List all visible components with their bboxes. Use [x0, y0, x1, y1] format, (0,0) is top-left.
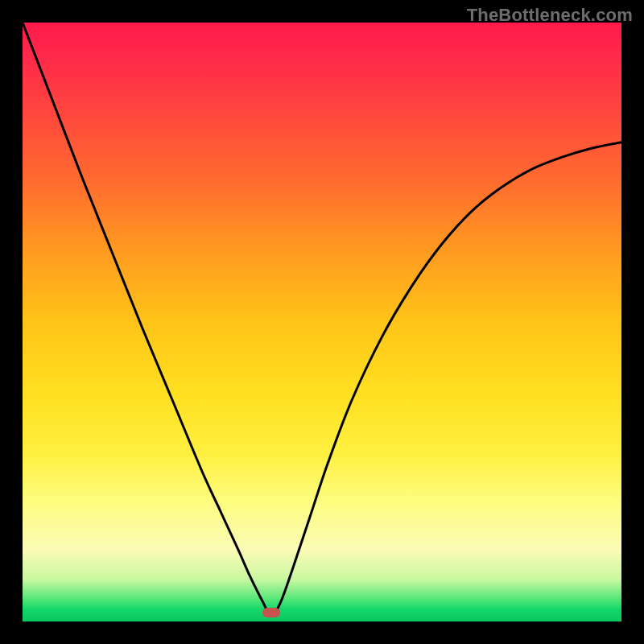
- bottleneck-curve-path: [23, 23, 621, 616]
- optimum-marker: [262, 608, 280, 617]
- chart-frame: TheBottleneck.com: [0, 0, 644, 644]
- plot-area: [23, 23, 621, 621]
- curve-svg: [23, 23, 621, 621]
